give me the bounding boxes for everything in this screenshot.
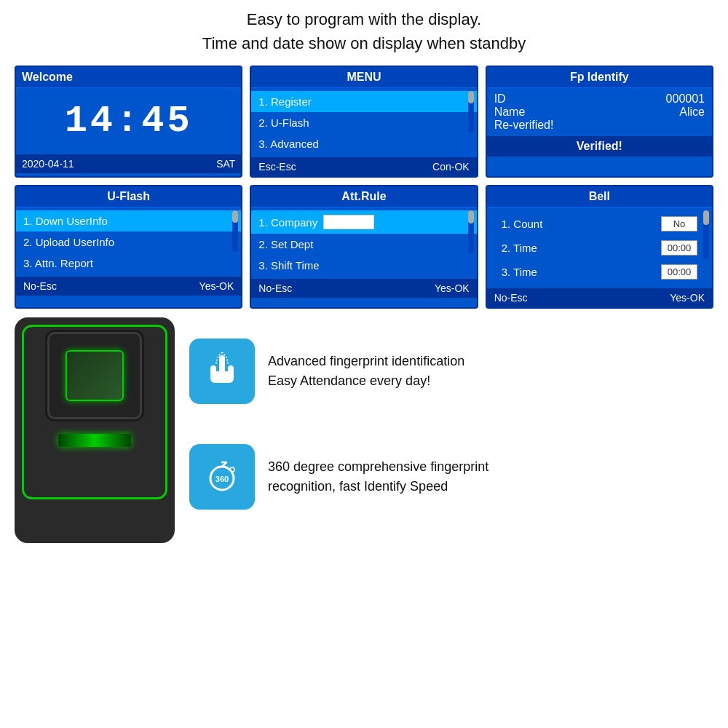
page-container: Easy to program with the display. Time a… <box>0 0 728 728</box>
feature-360-line2: recognition, fast Identify Speed <box>268 477 488 496</box>
menu-item-uflash[interactable]: 2. U-Flash <box>251 112 476 133</box>
fp-verified: Verified! <box>487 136 712 157</box>
menu-title: MENU <box>251 67 476 88</box>
menu-scrollbar-thumb <box>468 91 474 103</box>
fp-name-label: Name <box>494 106 526 119</box>
bell-body: 1. Count No 2. Time 00:00 3. Time 00:00 <box>487 207 712 288</box>
attrule-scrollbar[interactable] <box>468 210 474 253</box>
bell-footer-left[interactable]: No-Esc <box>494 292 528 304</box>
attrule-screen: Att.Rule 1. Company 2. Set Dept 3. Shift… <box>250 185 478 309</box>
bell-count-value[interactable]: No <box>661 216 697 232</box>
uflash-title: U-Flash <box>16 186 241 207</box>
bell-title: Bell <box>487 186 712 207</box>
attrule-company-label: 1. Company <box>258 216 317 229</box>
fp-reverified: Re-verified! <box>494 119 705 132</box>
menu-footer-right[interactable]: Con-OK <box>432 161 470 173</box>
fp-id-value: 000001 <box>666 92 705 106</box>
menu-footer: Esc-Esc Con-OK <box>251 157 476 176</box>
welcome-date: 2020-04-11 <box>22 158 74 170</box>
bell-time2-value[interactable]: 00:00 <box>661 264 697 280</box>
bell-item-time2: 3. Time 00:00 <box>494 260 705 284</box>
menu-item-register[interactable]: 1. Register <box>251 91 476 112</box>
bell-footer: No-Esc Yes-OK <box>487 288 712 307</box>
uflash-footer-left[interactable]: No-Esc <box>23 280 57 292</box>
svg-rect-3 <box>228 365 234 379</box>
fp-name-value: Alice <box>679 106 705 119</box>
uflash-item-report[interactable]: 3. Attn. Report <box>16 253 241 274</box>
menu-screen: MENU 1. Register 2. U-Flash 3. Advanced … <box>250 66 478 178</box>
attrule-item-dept[interactable]: 2. Set Dept <box>251 234 476 255</box>
welcome-screen: Welcome 14:45 2020-04-11 SAT <box>15 66 242 178</box>
svg-rect-2 <box>210 365 216 379</box>
360-icon-box: 360 <box>189 444 255 510</box>
bell-time2-label: 3. Time <box>502 266 537 278</box>
attrule-footer: No-Esc Yes-OK <box>251 279 476 298</box>
feature-fingerprint-line2: Easy Attendance every day! <box>268 371 464 391</box>
fp-title: Fp Identify <box>487 67 712 88</box>
menu-item-advanced[interactable]: 3. Advanced <box>251 133 476 154</box>
menu-scrollbar[interactable] <box>468 91 474 132</box>
svg-text:360: 360 <box>215 475 229 483</box>
screens-grid: Welcome 14:45 2020-04-11 SAT MENU 1. Reg… <box>15 66 713 309</box>
welcome-body: 14:45 <box>16 88 241 151</box>
features-section: Advanced fingerprint identification Easy… <box>189 317 713 543</box>
uflash-body: 1. Down UserInfo 2. Upload UserInfo 3. A… <box>16 207 241 277</box>
bell-footer-right[interactable]: Yes-OK <box>670 292 705 304</box>
feature-360-line1: 360 degree comprehensive fingerprint <box>268 457 488 477</box>
menu-body: 1. Register 2. U-Flash 3. Advanced <box>251 88 476 157</box>
attrule-company-input[interactable] <box>323 215 374 229</box>
device-image <box>15 317 175 543</box>
bell-screen: Bell 1. Count No 2. Time 00:00 3. Time 0… <box>486 185 713 309</box>
attrule-footer-right[interactable]: Yes-OK <box>435 282 470 294</box>
bottom-section: Advanced fingerprint identification Easy… <box>15 317 713 543</box>
welcome-title: Welcome <box>16 67 241 88</box>
attrule-item-company[interactable]: 1. Company <box>251 210 476 234</box>
bell-item-time1: 2. Time 00:00 <box>494 236 705 260</box>
uflash-screen: U-Flash 1. Down UserInfo 2. Upload UserI… <box>15 185 242 309</box>
fp-sensor <box>66 350 124 401</box>
feature-item-360: 360 360 degree comprehensive fingerprint… <box>189 444 713 510</box>
bell-time1-value[interactable]: 00:00 <box>661 240 697 256</box>
uflash-item-down[interactable]: 1. Down UserInfo <box>16 210 241 232</box>
uflash-scrollbar[interactable] <box>232 210 238 252</box>
welcome-day: SAT <box>216 158 235 170</box>
header-text: Easy to program with the display. Time a… <box>15 7 713 55</box>
uflash-footer-right[interactable]: Yes-OK <box>199 280 234 292</box>
finger-touch-icon <box>200 349 244 393</box>
feature-fingerprint-line1: Advanced fingerprint identification <box>268 352 464 371</box>
fp-reader-frame <box>47 332 142 419</box>
fp-id-row: ID 000001 <box>494 92 705 106</box>
welcome-date-bar: 2020-04-11 SAT <box>16 154 241 173</box>
attrule-body: 1. Company 2. Set Dept 3. Shift Time <box>251 207 476 279</box>
attrule-footer-left[interactable]: No-Esc <box>258 282 292 294</box>
menu-footer-left[interactable]: Esc-Esc <box>258 161 296 173</box>
fp-id-label: ID <box>494 92 506 106</box>
uflash-scrollbar-thumb <box>232 210 238 223</box>
feature-item-fingerprint: Advanced fingerprint identification Easy… <box>189 339 713 404</box>
attrule-item-shift[interactable]: 3. Shift Time <box>251 255 476 276</box>
bell-scrollbar-thumb <box>703 210 709 225</box>
360-rotate-icon: 360 <box>200 455 244 499</box>
bell-count-label: 1. Count <box>502 218 543 230</box>
header-line1: Easy to program with the display. <box>15 7 713 31</box>
header-line2: Time and date show on display when stand… <box>15 31 713 55</box>
attrule-scrollbar-thumb <box>468 210 474 223</box>
finger-touch-icon-box <box>189 339 255 404</box>
feature-360-text: 360 degree comprehensive fingerprint rec… <box>268 457 488 496</box>
digital-clock: 14:45 <box>23 92 234 147</box>
uflash-footer: No-Esc Yes-OK <box>16 277 241 296</box>
bell-scrollbar[interactable] <box>703 210 709 259</box>
fp-body: ID 000001 Name Alice Re-verified! <box>487 88 712 136</box>
fp-identify-screen: Fp Identify ID 000001 Name Alice Re-veri… <box>486 66 713 178</box>
uflash-item-upload[interactable]: 2. Upload UserInfo <box>16 232 241 253</box>
attrule-title: Att.Rule <box>251 186 476 207</box>
feature-fingerprint-text: Advanced fingerprint identification Easy… <box>268 352 464 391</box>
fp-name-row: Name Alice <box>494 106 705 119</box>
bell-item-count: 1. Count No <box>494 212 705 236</box>
bell-time1-label: 2. Time <box>502 242 537 254</box>
fp-scanner-bar <box>58 434 131 447</box>
